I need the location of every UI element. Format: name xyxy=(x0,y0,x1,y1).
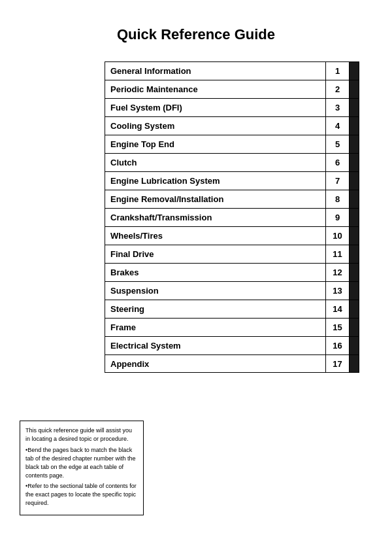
toc-item-label: Steering xyxy=(105,300,326,318)
toc-item-tab xyxy=(350,117,359,135)
toc-item-number: 8 xyxy=(326,190,350,208)
toc-item-tab xyxy=(350,245,359,263)
toc-row: Final Drive11 xyxy=(105,245,359,263)
toc-item-number: 11 xyxy=(326,245,350,263)
toc-item-number: 10 xyxy=(326,227,350,245)
toc-item-number: 7 xyxy=(326,172,350,190)
toc-row: Engine Lubrication System7 xyxy=(105,171,359,190)
toc-row: Clutch6 xyxy=(105,153,359,171)
toc-item-number: 2 xyxy=(326,80,350,98)
toc-item-label: Crankshaft/Transmission xyxy=(105,209,326,226)
toc-row: Brakes12 xyxy=(105,263,359,281)
toc-item-number: 15 xyxy=(326,319,350,336)
toc-item-label: Periodic Maintenance xyxy=(105,80,326,98)
toc-item-tab xyxy=(350,99,359,116)
toc-row: Appendix17 xyxy=(105,354,359,373)
toc-item-number: 9 xyxy=(326,209,350,226)
toc-container: General Information1Periodic Maintenance… xyxy=(105,61,359,373)
toc-item-number: 6 xyxy=(326,154,350,171)
toc-item-tab xyxy=(350,227,359,245)
toc-item-label: Final Drive xyxy=(105,245,326,263)
toc-row: Fuel System (DFI)3 xyxy=(105,98,359,116)
toc-item-label: Frame xyxy=(105,319,326,336)
toc-row: Periodic Maintenance2 xyxy=(105,80,359,98)
toc-row: Electrical System16 xyxy=(105,336,359,354)
toc-item-tab xyxy=(350,337,359,354)
toc-row: Steering14 xyxy=(105,300,359,318)
toc-item-label: General Information xyxy=(105,62,326,80)
toc-item-tab xyxy=(350,300,359,318)
toc-row: Frame15 xyxy=(105,318,359,336)
note-line1: This quick reference guide will assist y… xyxy=(25,426,138,443)
toc-item-number: 1 xyxy=(326,62,350,80)
toc-item-number: 13 xyxy=(326,282,350,300)
toc-item-label: Wheels/Tires xyxy=(105,227,326,245)
page-title: Quick Reference Guide xyxy=(20,26,372,43)
toc-item-tab xyxy=(350,135,359,153)
toc-item-tab xyxy=(350,80,359,98)
note-box: This quick reference guide will assist y… xyxy=(20,421,144,515)
toc-item-number: 4 xyxy=(326,117,350,135)
toc-item-label: Engine Removal/Installation xyxy=(105,190,326,208)
toc-row: Engine Top End5 xyxy=(105,135,359,153)
toc-item-number: 3 xyxy=(326,99,350,116)
toc-item-tab xyxy=(350,62,359,80)
toc-item-label: Electrical System xyxy=(105,337,326,354)
toc-item-label: Engine Lubrication System xyxy=(105,172,326,190)
page: Quick Reference Guide General Informatio… xyxy=(0,0,392,535)
toc-item-number: 12 xyxy=(326,264,350,281)
toc-item-label: Cooling System xyxy=(105,117,326,135)
toc-item-tab xyxy=(350,190,359,208)
toc-item-tab xyxy=(350,355,359,372)
toc-item-label: Appendix xyxy=(105,355,326,372)
toc-item-number: 17 xyxy=(326,355,350,372)
toc-item-label: Fuel System (DFI) xyxy=(105,99,326,116)
toc-item-label: Brakes xyxy=(105,264,326,281)
toc-item-tab xyxy=(350,209,359,226)
toc-row: Engine Removal/Installation8 xyxy=(105,190,359,208)
toc-row: Crankshaft/Transmission9 xyxy=(105,208,359,226)
toc-item-number: 5 xyxy=(326,135,350,153)
toc-item-tab xyxy=(350,172,359,190)
note-bullet2: •Refer to the sectional table of content… xyxy=(25,482,138,508)
note-bullet1: •Bend the pages back to match the black … xyxy=(25,446,138,480)
toc-row: General Information1 xyxy=(105,61,359,80)
toc-item-tab xyxy=(350,319,359,336)
toc-row: Cooling System4 xyxy=(105,116,359,135)
toc-row: Wheels/Tires10 xyxy=(105,226,359,245)
toc-item-tab xyxy=(350,282,359,300)
toc-item-number: 16 xyxy=(326,337,350,354)
toc-item-tab xyxy=(350,154,359,171)
toc-item-number: 14 xyxy=(326,300,350,318)
toc-row: Suspension13 xyxy=(105,281,359,300)
toc-item-label: Engine Top End xyxy=(105,135,326,153)
toc-item-tab xyxy=(350,264,359,281)
toc-item-label: Clutch xyxy=(105,154,326,171)
toc-item-label: Suspension xyxy=(105,282,326,300)
